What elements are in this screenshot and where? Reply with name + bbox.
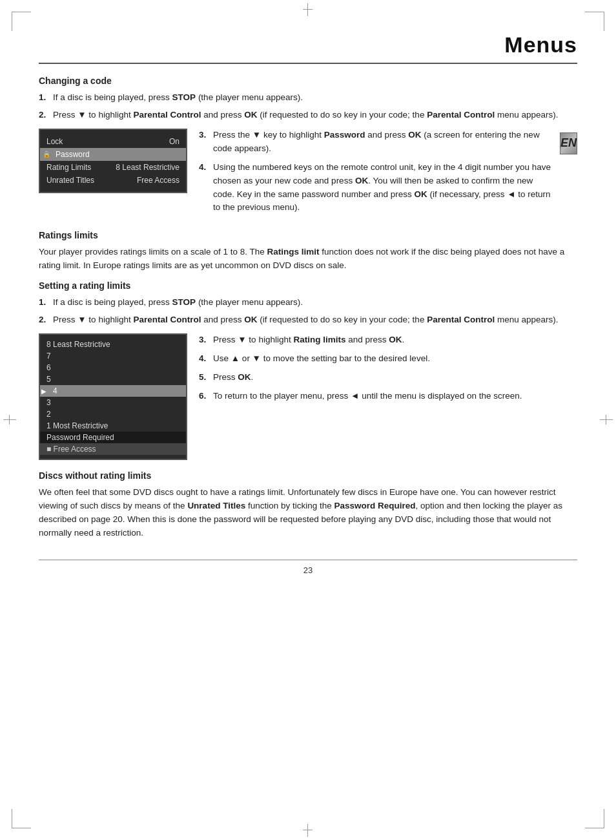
rating-row-2: 2 — [40, 408, 186, 420]
step-1-4: 4. Using the numbered keys on the remote… — [199, 161, 553, 215]
step-1-1: 1. If a disc is being played, press STOP… — [39, 91, 577, 105]
section1-substeps: 3. Press the ▼ key to highlight Password… — [199, 129, 577, 220]
step-3-5: 5. Press OK. — [199, 371, 577, 384]
section3-steps: 1. If a disc is being played, press STOP… — [39, 296, 577, 327]
rating-row-5: 5 — [40, 373, 186, 385]
step-1-3: 3. Press the ▼ key to highlight Password… — [199, 129, 553, 156]
step-3-1: 1. If a disc is being played, press STOP… — [39, 296, 577, 310]
section2-body: Your player provides ratings limits on a… — [39, 246, 577, 273]
en-badge: EN — [560, 132, 577, 154]
rating-row-1: 1 Most Restrictive — [40, 420, 186, 432]
section4-body: We often feel that some DVD discs ought … — [39, 486, 577, 540]
page-title: Menus — [39, 32, 577, 58]
center-mark-bottom — [302, 821, 314, 840]
step-3-2: 2. Press ▼ to highlight Parental Control… — [39, 313, 577, 327]
step-3-4: 4. Use ▲ or ▼ to move the setting bar to… — [199, 352, 577, 366]
section1-two-col: Lock On 🔒 Password Rating Limits 8 Least… — [39, 129, 577, 220]
screen-row-rating: Rating Limits 8 Least Restrictive — [40, 161, 186, 174]
substeps-col: 3. Press the ▼ key to highlight Password… — [199, 129, 553, 220]
substeps-with-badge: 3. Press the ▼ key to highlight Password… — [199, 129, 577, 220]
section-heading-1: Changing a code — [39, 76, 577, 86]
title-rule — [39, 63, 577, 64]
section-heading-2: Ratings limits — [39, 230, 577, 240]
section-heading-4: Discs without rating limits — [39, 470, 577, 481]
corner-mark-tl — [12, 12, 31, 31]
corner-mark-br — [585, 809, 604, 828]
step-3-6: 6. To return to the player menu, press ◄… — [199, 390, 577, 403]
rating-screen-container: 8 Least Restrictive 7 6 5 ▶ 4 3 2 1 Most… — [39, 333, 187, 460]
center-mark-top — [302, 0, 314, 19]
section-heading-3: Setting a rating limits — [39, 280, 577, 291]
corner-mark-tr — [585, 12, 604, 31]
section3-substeps: 3. Press ▼ to highlight Rating limits an… — [199, 333, 577, 408]
section3-two-col: 8 Least Restrictive 7 6 5 ▶ 4 3 2 1 Most… — [39, 333, 577, 460]
rating-row-7: 7 — [40, 350, 186, 362]
rating-row-password: Password Required — [40, 432, 186, 443]
menu-screen-1: Lock On 🔒 Password Rating Limits 8 Least… — [39, 129, 187, 193]
center-mark-right — [597, 414, 616, 426]
center-mark-left — [0, 414, 19, 426]
lock-icon: 🔒 — [43, 151, 50, 158]
screen-row-unrated: Unrated Titles Free Access — [40, 174, 186, 187]
rating-row-4: ▶ 4 — [40, 385, 186, 397]
step-1-2: 2. Press ▼ to highlight Parental Control… — [39, 109, 577, 122]
rating-row-6: 6 — [40, 362, 186, 373]
parental-control-screen: Lock On 🔒 Password Rating Limits 8 Least… — [39, 129, 187, 193]
corner-mark-bl — [12, 809, 31, 828]
screen-row-password: 🔒 Password — [40, 148, 186, 161]
selector-arrow: ▶ — [41, 388, 46, 395]
bottom-rule — [39, 560, 577, 560]
step-3-3: 3. Press ▼ to highlight Rating limits an… — [199, 333, 577, 347]
rating-row-3: 3 — [40, 397, 186, 408]
section1-steps: 1. If a disc is being played, press STOP… — [39, 91, 577, 122]
rating-screen: 8 Least Restrictive 7 6 5 ▶ 4 3 2 1 Most… — [39, 333, 187, 460]
rating-row-free: ■ Free Access — [40, 443, 186, 455]
page-number: 23 — [39, 565, 577, 575]
rating-row-8: 8 Least Restrictive — [40, 339, 186, 350]
screen-row-lock: Lock On — [40, 135, 186, 148]
